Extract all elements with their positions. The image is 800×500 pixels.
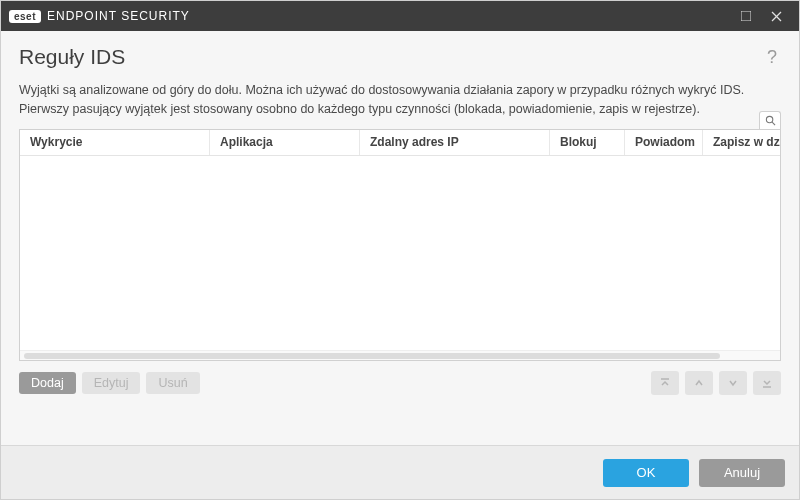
table-header: Wykrycie Aplikacja Zdalny adres IP Bloku… [20,130,780,156]
scrollbar-thumb[interactable] [24,353,720,359]
cancel-button[interactable]: Anuluj [699,459,785,487]
table-search-button[interactable] [759,111,781,129]
search-icon [765,115,776,126]
header-row: Reguły IDS ? [19,45,781,69]
col-application[interactable]: Aplikacja [210,130,360,155]
chevron-down-icon [727,377,739,389]
ok-button[interactable]: OK [603,459,689,487]
brand-badge: eset [9,10,41,23]
svg-rect-0 [741,11,751,21]
footer: OK Anuluj [1,445,799,499]
action-row: Dodaj Edytuj Usuń [19,371,781,395]
col-detection[interactable]: Wykrycie [20,130,210,155]
minimize-icon [741,11,751,21]
table-body[interactable] [20,156,780,350]
titlebar: eset ENDPOINT SECURITY [1,1,799,31]
content-area: Reguły IDS ? Wyjątki są analizowane od g… [1,31,799,445]
move-bottom-button[interactable] [753,371,781,395]
close-icon [771,11,782,22]
svg-line-4 [772,122,775,125]
move-up-button[interactable] [685,371,713,395]
col-log[interactable]: Zapisz w dzie [703,130,780,155]
delete-button[interactable]: Usuń [146,372,199,394]
col-block[interactable]: Blokuj [550,130,625,155]
add-button[interactable]: Dodaj [19,372,76,394]
window-close-button[interactable] [761,1,791,31]
move-down-button[interactable] [719,371,747,395]
page-title: Reguły IDS [19,45,763,69]
edit-button[interactable]: Edytuj [82,372,141,394]
brand-product: ENDPOINT SECURITY [47,9,190,23]
help-button[interactable]: ? [763,47,781,68]
app-window: eset ENDPOINT SECURITY Reguły IDS ? Wyją… [0,0,800,500]
horizontal-scrollbar[interactable] [20,350,780,360]
chevron-bottom-icon [761,377,773,389]
move-top-button[interactable] [651,371,679,395]
svg-point-3 [766,116,772,122]
rules-table: Wykrycie Aplikacja Zdalny adres IP Bloku… [19,129,781,361]
col-remote-ip[interactable]: Zdalny adres IP [360,130,550,155]
window-minimize-button[interactable] [731,1,761,31]
table-wrap: Wykrycie Aplikacja Zdalny adres IP Bloku… [19,129,781,361]
chevron-up-icon [693,377,705,389]
col-notify[interactable]: Powiadom [625,130,703,155]
page-description: Wyjątki są analizowane od góry do dołu. … [19,81,781,119]
chevron-top-icon [659,377,671,389]
